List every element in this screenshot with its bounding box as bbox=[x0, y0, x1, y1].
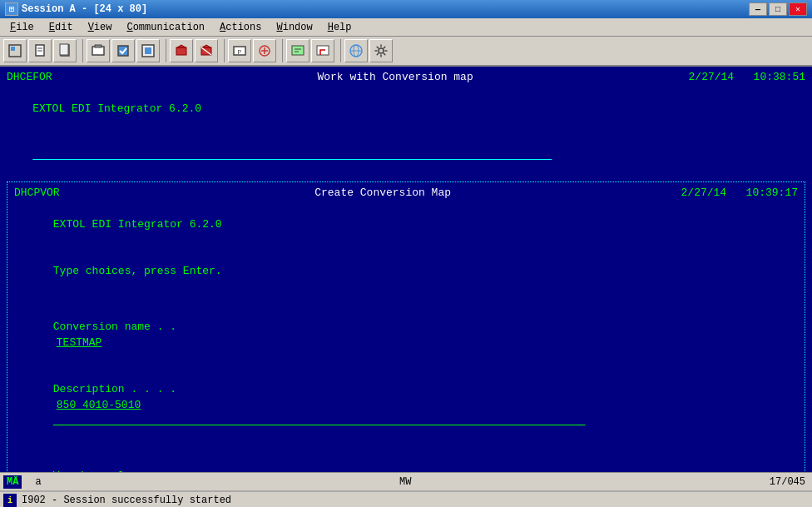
app-icon: ⊞ bbox=[5, 2, 18, 16]
inner-instructions: Type choices, press Enter. bbox=[14, 248, 798, 296]
menu-file[interactable]: File bbox=[3, 20, 41, 35]
toolbar-btn-6[interactable] bbox=[136, 39, 160, 62]
status-mode2: a bbox=[35, 476, 41, 488]
toolbar: P bbox=[0, 37, 812, 67]
menu-edit[interactable]: Edit bbox=[42, 20, 80, 35]
toolbar-btn-1[interactable] bbox=[3, 39, 27, 62]
svg-text:P: P bbox=[238, 48, 242, 56]
toolbar-btn-5[interactable] bbox=[111, 39, 135, 62]
conv-name-value[interactable]: TESTMAP bbox=[57, 336, 102, 349]
notification-icon: i bbox=[3, 494, 17, 507]
toolbar-btn-12[interactable] bbox=[311, 39, 334, 62]
window-title: Session A - [24 x 80] bbox=[22, 3, 147, 15]
status-position: 17/045 bbox=[770, 476, 805, 488]
terminal-area[interactable]: DHCEFOR Work with Conversion map 2/27/14… bbox=[0, 67, 812, 472]
svg-marker-15 bbox=[202, 45, 210, 47]
inner-screen-title: Create Conversion Map bbox=[314, 186, 451, 201]
outer-program-id: DHCEFOR bbox=[7, 70, 52, 86]
conv-name-row: Conversion name . . TESTMAP bbox=[14, 304, 798, 366]
menu-bar: File Edit View Communication Actions Win… bbox=[0, 18, 812, 37]
toolbar-btn-7[interactable] bbox=[170, 39, 193, 62]
desc-underline-ext bbox=[53, 415, 586, 427]
status-bar: MÄ a MW 17/045 bbox=[0, 472, 812, 490]
svg-rect-11 bbox=[145, 47, 151, 54]
inner-program-id: DHCPVOR bbox=[14, 186, 60, 201]
menu-communication[interactable]: Communication bbox=[120, 20, 211, 35]
menu-view[interactable]: View bbox=[82, 20, 119, 35]
toolbar-btn-11[interactable] bbox=[286, 39, 309, 62]
toolbar-btn-globe[interactable] bbox=[344, 39, 368, 62]
svg-rect-8 bbox=[95, 45, 102, 47]
toolbar-btn-2[interactable] bbox=[28, 39, 52, 62]
outer-screen-title: Work with Conversion map bbox=[317, 70, 473, 86]
menu-window[interactable]: Window bbox=[270, 20, 319, 35]
inner-panel: DHCPVOR Create Conversion Map 2/27/14 10… bbox=[7, 181, 805, 472]
notification-bar: i I902 - Session successfully started bbox=[0, 490, 812, 507]
svg-point-29 bbox=[379, 48, 384, 53]
status-mode-indicator: MÄ bbox=[3, 475, 22, 489]
desc-row: Description . . . . 850 4010-5010 bbox=[14, 366, 798, 445]
notification-message: I902 - Session successfully started bbox=[22, 495, 231, 506]
toolbar-sep-3 bbox=[221, 39, 225, 62]
maximize-button[interactable]: □ bbox=[769, 2, 787, 16]
toolbar-btn-3[interactable] bbox=[53, 39, 77, 62]
desc-value[interactable]: 850 4010-5010 bbox=[57, 399, 141, 411]
svg-rect-9 bbox=[118, 46, 128, 56]
svg-marker-13 bbox=[177, 45, 186, 47]
status-mw: MW bbox=[399, 476, 411, 488]
toolbar-sep-5 bbox=[338, 39, 341, 62]
inner-extol-line: EXTOL EDI Integrator 6.2.0 bbox=[14, 201, 798, 249]
window-controls: — □ ✕ bbox=[749, 2, 807, 16]
menu-actions[interactable]: Actions bbox=[213, 20, 268, 35]
outer-header-line: DHCEFOR Work with Conversion map 2/27/14… bbox=[7, 70, 805, 86]
toolbar-btn-4[interactable] bbox=[87, 39, 110, 62]
desc-label: Description . . . . bbox=[53, 383, 176, 395]
toolbar-btn-gear[interactable] bbox=[369, 39, 393, 62]
toolbar-sep-4 bbox=[280, 39, 283, 62]
version-header-row: Version release: Source Target bbox=[14, 453, 798, 472]
toolbar-btn-8[interactable] bbox=[195, 39, 218, 62]
toolbar-btn-9[interactable]: P bbox=[228, 39, 251, 62]
inner-header-line: DHCPVOR Create Conversion Map 2/27/14 10… bbox=[14, 186, 798, 201]
conv-name-label: Conversion name . . bbox=[53, 321, 176, 333]
toolbar-btn-10[interactable] bbox=[253, 39, 276, 62]
svg-rect-22 bbox=[292, 46, 304, 55]
svg-rect-12 bbox=[176, 47, 186, 55]
spacer-1 bbox=[14, 296, 798, 304]
title-bar: ⊞ Session A - [24 x 80] — □ ✕ bbox=[0, 0, 812, 18]
toolbar-sep-2 bbox=[163, 39, 166, 62]
toolbar-sep-1 bbox=[80, 39, 83, 62]
outer-extol-line: EXTOL EDI Integrator 6.2.0 bbox=[7, 86, 805, 133]
close-button[interactable]: ✕ bbox=[789, 2, 807, 16]
outer-datetime: 2/27/14 10:38:51 bbox=[689, 70, 805, 86]
minimize-button[interactable]: — bbox=[749, 2, 767, 16]
inner-datetime: 2/27/14 10:39:17 bbox=[681, 186, 798, 201]
version-header-label: Version release: bbox=[53, 470, 157, 472]
svg-rect-6 bbox=[60, 44, 68, 55]
svg-rect-1 bbox=[11, 47, 15, 51]
menu-help[interactable]: Help bbox=[321, 20, 359, 35]
outer-dashes-line bbox=[7, 132, 805, 180]
spacer-2 bbox=[14, 445, 798, 453]
